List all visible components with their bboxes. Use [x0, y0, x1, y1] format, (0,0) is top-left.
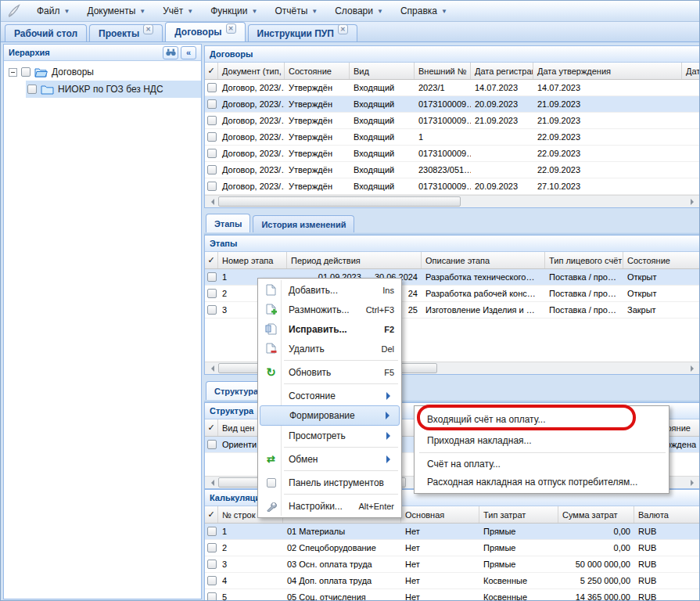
close-icon[interactable]: ✕	[226, 23, 236, 34]
column-header-reg[interactable]: Дата регистрации.	[471, 63, 533, 79]
column-header-cost-type[interactable]: Тип затрат	[479, 506, 558, 523]
tab-contracts[interactable]: Договоры✕	[165, 22, 245, 41]
page-copy-icon	[260, 304, 282, 316]
column-header-extra[interactable]: Дата	[682, 63, 700, 79]
column-header-state[interactable]: Состояние	[285, 63, 350, 79]
column-header-desc[interactable]: Описание этапа	[422, 252, 545, 268]
row-checkbox[interactable]	[207, 560, 217, 569]
column-header-ext[interactable]: Внешний №	[415, 63, 471, 79]
column-header-doc[interactable]: Документ (тип, №	[218, 63, 285, 79]
column-header-amount[interactable]: Сумма затрат	[558, 506, 634, 523]
scroll-left-icon[interactable]	[205, 362, 217, 374]
menu-item-refresh[interactable]: ↻ ОбновитьF5	[260, 362, 400, 382]
chevron-down-icon: ▼	[377, 8, 383, 15]
scroll-left-icon[interactable]	[205, 196, 217, 207]
scroll-right-icon[interactable]	[687, 362, 700, 374]
menu-item-duplicate[interactable]: Размножить...Ctrl+F3	[260, 300, 400, 319]
table-row[interactable]: Договор, 2023/…УтверждёнВходящий122.09.2…	[205, 129, 700, 146]
context-menu: Добавить...Ins Размножить...Ctrl+F3 Испр…	[257, 278, 402, 518]
row-checkbox[interactable]	[207, 289, 217, 298]
table-row[interactable]: Договор, 2023/…УтверждёнВходящий2023/114…	[205, 80, 700, 96]
row-checkbox[interactable]	[207, 182, 217, 191]
table-row[interactable]: 505 Соц. отчисленияНетКосвенные14 365 00…	[205, 589, 700, 601]
column-header-main[interactable]: Основная	[401, 506, 479, 523]
horizontal-scrollbar[interactable]	[205, 195, 700, 207]
menu-functions[interactable]: Функции▼	[202, 2, 266, 20]
menu-item-add[interactable]: Добавить...Ins	[260, 280, 400, 300]
row-checkbox[interactable]	[207, 132, 217, 142]
wrench-icon	[260, 501, 282, 512]
column-header-num[interactable]: Номер этапа	[218, 252, 287, 268]
menu-item-state[interactable]: Состояние	[260, 386, 400, 405]
table-row[interactable]: 202 СпецоборудованиеНетПрямые0,00RUB	[205, 540, 700, 556]
check-column-header[interactable]: ✓	[205, 252, 218, 268]
tree-checkbox[interactable]	[27, 85, 37, 94]
menu-item-exchange[interactable]: ⇄ Обмен	[260, 449, 400, 469]
column-header-period[interactable]: Период действия	[287, 252, 422, 268]
close-icon[interactable]: ✕	[338, 24, 348, 34]
menu-item-view[interactable]: Просмотреть	[260, 426, 400, 445]
menu-documents[interactable]: Документы▼	[78, 2, 154, 20]
menu-help[interactable]: Справка▼	[392, 2, 456, 20]
row-checkbox[interactable]	[207, 116, 217, 125]
row-checkbox[interactable]	[207, 527, 217, 536]
close-icon[interactable]: ✕	[143, 24, 153, 34]
tab-history[interactable]: История изменений	[253, 215, 354, 232]
table-row[interactable]: Договор, 2023/…УтверждёнВходящий01731000…	[205, 146, 700, 162]
row-checkbox[interactable]	[207, 440, 217, 449]
scrollbar-thumb[interactable]	[218, 196, 461, 207]
row-checkbox[interactable]	[207, 272, 217, 282]
collapse-panel-button[interactable]: «	[181, 46, 196, 59]
submenu-arrow-icon	[386, 455, 394, 463]
tree-node-label: Договоры	[52, 67, 94, 77]
submenu-item-receipt-note[interactable]: Приходная накладная...	[416, 430, 667, 451]
table-row[interactable]: 303 Осн. оплата трудаНетПрямые50 000 000…	[205, 556, 700, 573]
column-header-appr[interactable]: Дата утверждения	[533, 63, 682, 79]
tab-instructions[interactable]: Инструкции ПУП✕	[248, 24, 357, 41]
tab-stages[interactable]: Этапы	[206, 214, 250, 232]
menu-item-edit[interactable]: Исправить...F2	[260, 319, 400, 339]
check-column-header[interactable]: ✓	[205, 419, 218, 436]
tree-checkbox[interactable]	[21, 67, 31, 77]
table-row[interactable]: Договор, 2023/…УтверждёнВходящий230823/0…	[205, 162, 700, 178]
tab-desktop[interactable]: Рабочий стол	[5, 24, 87, 41]
menu-file[interactable]: Файл▼	[28, 2, 78, 20]
collapse-expander-icon[interactable]	[9, 68, 17, 77]
column-header-state[interactable]: Состояние	[623, 252, 700, 268]
tab-projects[interactable]: Проекты✕	[89, 24, 163, 41]
check-column-header[interactable]: ✓	[205, 63, 218, 79]
column-header-type[interactable]: Тип лицевого счёт	[545, 252, 623, 268]
scroll-right-icon[interactable]	[687, 196, 700, 207]
table-row[interactable]: 404 Доп. оплата трудаНетКосвенные5 250 0…	[205, 573, 700, 589]
row-checkbox[interactable]	[207, 165, 217, 175]
scroll-right-icon[interactable]	[687, 477, 700, 488]
table-row-selected[interactable]: 101 МатериалыНетПрямые0,00RUB	[205, 524, 700, 540]
row-checkbox[interactable]	[207, 576, 217, 585]
check-column-header[interactable]: ✓	[205, 506, 218, 523]
menu-item-toolbar[interactable]: Панель инструментов	[260, 473, 400, 492]
menu-reports[interactable]: Отчёты▼	[266, 2, 326, 20]
row-checkbox[interactable]	[207, 543, 217, 552]
table-row[interactable]: Договор, 2023/…УтверждёнВходящий01731000…	[205, 178, 700, 195]
submenu-item-outgoing-note[interactable]: Расходная накладная на отпуск потребител…	[416, 473, 667, 491]
tree-node-contracts[interactable]: Договоры	[4, 63, 201, 81]
submenu-item-invoice[interactable]: Счёт на оплату...	[416, 455, 667, 473]
column-header-kind[interactable]: Вид	[350, 63, 415, 79]
menu-dictionaries[interactable]: Словари▼	[326, 2, 392, 20]
menu-item-delete[interactable]: УдалитьDel	[260, 339, 400, 358]
tree-search-button[interactable]	[163, 46, 178, 59]
row-checkbox[interactable]	[207, 99, 217, 109]
tree-node-niokr[interactable]: НИОКР по ГОЗ без НДС	[26, 81, 201, 98]
stages-tabstrip: Этапы История изменений	[206, 214, 354, 232]
menu-accounting[interactable]: Учёт▼	[154, 2, 202, 20]
row-checkbox[interactable]	[207, 305, 217, 315]
row-checkbox[interactable]	[207, 149, 217, 158]
table-row-selected[interactable]: Договор, 2023/…УтверждёнВходящий01731000…	[205, 96, 700, 113]
column-header-currency[interactable]: Валюта	[634, 506, 700, 523]
scroll-left-icon[interactable]	[205, 477, 217, 488]
menu-item-settings[interactable]: Настройки...Alt+Enter	[260, 496, 400, 516]
row-checkbox[interactable]	[207, 83, 217, 92]
table-row[interactable]: Договор, 2023/…УтверждёнВходящий01731000…	[205, 113, 700, 129]
menu-item-generate[interactable]: Формирование	[260, 405, 400, 426]
row-checkbox[interactable]	[207, 592, 217, 601]
